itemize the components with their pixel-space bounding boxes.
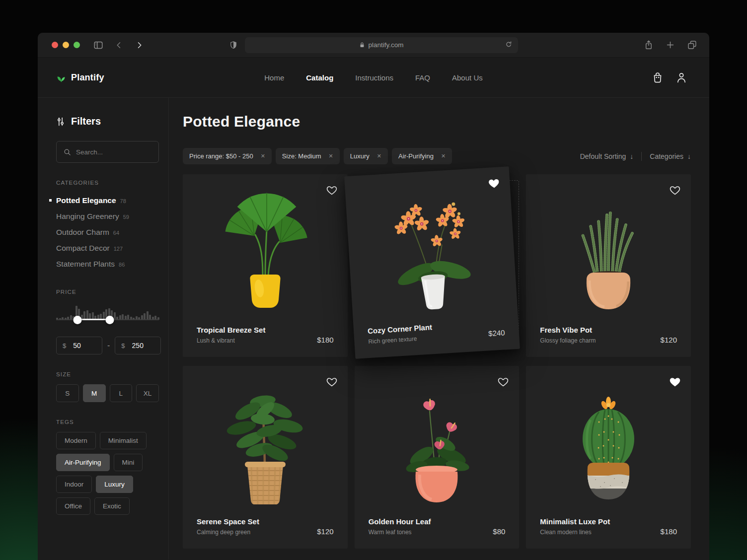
chip-size-medium[interactable]: Size: Medium ✕ xyxy=(276,148,340,164)
product-image-rubber-plant xyxy=(183,378,348,507)
currency-symbol: $ xyxy=(121,342,125,350)
sort-dropdown[interactable]: Defoult Sorting ↓ xyxy=(580,152,634,160)
minimize-window-button[interactable] xyxy=(63,42,69,48)
chip-price-range[interactable]: Price range: $50 - 250 ✕ xyxy=(183,148,272,164)
product-image-anthurium xyxy=(355,378,520,507)
close-icon[interactable]: ✕ xyxy=(329,153,333,159)
product-subtitle: Lush & vibrant xyxy=(197,337,265,344)
size-selector: S M L XL xyxy=(56,384,159,402)
url-text: plantify.com xyxy=(368,41,403,49)
product-card-cozy-corner-plant[interactable]: Cozy Corner Plant Rich green texture $24… xyxy=(344,166,520,359)
tag-exotic[interactable]: Exotic xyxy=(94,497,130,515)
favorite-heart-icon[interactable] xyxy=(497,376,509,388)
favorite-heart-icon[interactable] xyxy=(487,177,500,189)
price-min-box[interactable]: $ xyxy=(56,337,102,354)
product-card-fresh-vibe-pot[interactable]: Fresh Vibe Pot Glossy foliage charm $120 xyxy=(526,174,691,357)
favorite-heart-icon[interactable] xyxy=(669,376,681,388)
tag-air-purifying[interactable]: Air-Purifying xyxy=(56,454,110,471)
favorite-heart-icon[interactable] xyxy=(669,184,681,196)
product-image-cactus xyxy=(526,378,691,507)
user-account-icon[interactable] xyxy=(675,71,687,84)
share-icon[interactable] xyxy=(644,40,654,51)
chip-air-purifying[interactable]: Air-Purifying ✕ xyxy=(392,148,452,164)
address-bar[interactable]: plantify.com xyxy=(245,37,518,53)
privacy-shield-icon[interactable] xyxy=(229,40,238,50)
favorite-heart-icon[interactable] xyxy=(326,184,338,196)
price-slider xyxy=(56,304,159,328)
zoom-window-button[interactable] xyxy=(74,42,80,48)
search-box[interactable] xyxy=(56,141,159,163)
nav-home[interactable]: Home xyxy=(264,73,284,82)
category-item-compact-decor[interactable]: Compact Decor 127 xyxy=(56,240,159,256)
category-item-statement-plants[interactable]: Statement Plants 86 xyxy=(56,256,159,272)
sidebar-toggle-icon[interactable] xyxy=(93,40,104,51)
brand-name: Plantify xyxy=(71,72,104,83)
size-button-m[interactable]: M xyxy=(83,384,106,402)
size-button-xl[interactable]: XL xyxy=(136,384,159,402)
product-card-tropical-breeze-set[interactable]: Tropical Breeze Set Lush & vibrant $180 xyxy=(183,174,348,357)
close-window-button[interactable] xyxy=(52,42,58,48)
category-item-potted-elegance[interactable]: Potted Elegance 78 xyxy=(56,193,159,209)
nav-about-us[interactable]: About Us xyxy=(452,73,483,82)
product-price: $80 xyxy=(493,527,505,536)
filters-sidebar: Filters CATEGORIES Potted Elegance 78 xyxy=(38,98,169,560)
tag-minimalist[interactable]: Minimalist xyxy=(100,432,147,449)
price-max-input[interactable] xyxy=(132,342,156,350)
size-button-l[interactable]: L xyxy=(110,384,133,402)
nav-catalog[interactable]: Catalog xyxy=(306,73,333,82)
divider xyxy=(641,152,642,161)
product-card-serene-space-set[interactable]: Serene Space Set Calming deep green $120 xyxy=(183,366,348,549)
product-card-golden-hour-leaf[interactable]: Golden Hour Leaf Warm leaf tones $80 xyxy=(355,366,520,549)
site-header: Plantify Home Catalog Instructions FAQ A… xyxy=(38,58,709,98)
categories-label: CATEGORIES xyxy=(56,180,159,186)
size-button-s[interactable]: S xyxy=(56,384,79,402)
brand-logo[interactable]: Plantify xyxy=(56,72,104,83)
tag-luxury[interactable]: Luxury xyxy=(96,476,133,493)
tag-indoor[interactable]: Indoor xyxy=(56,476,92,493)
filters-sliders-icon xyxy=(56,117,65,127)
tag-office[interactable]: Office xyxy=(56,497,90,515)
product-subtitle: Warm leaf tones xyxy=(369,529,431,536)
size-label: SIZE xyxy=(56,371,159,377)
price-max-box[interactable]: $ xyxy=(115,337,161,354)
back-icon[interactable] xyxy=(115,41,124,50)
product-card-minimalist-luxe-pot[interactable]: Minimalist Luxe Pot Clean modern lines $… xyxy=(526,366,691,549)
category-list: Potted Elegance 78 Hanging Greenery 59 O… xyxy=(56,193,159,272)
chip-luxury[interactable]: Luxury ✕ xyxy=(344,148,388,164)
price-slider-handle-max[interactable] xyxy=(105,316,114,324)
cart-bag-icon[interactable] xyxy=(652,71,664,84)
product-subtitle: Clean modern lines xyxy=(540,529,610,536)
browser-toolbar: plantify.com xyxy=(38,33,709,58)
tag-modern[interactable]: Modern xyxy=(56,432,96,449)
desktop-background: plantify.com xyxy=(0,0,747,560)
forward-icon[interactable] xyxy=(135,41,144,50)
product-price: $240 xyxy=(488,328,505,338)
product-name: Golden Hour Leaf xyxy=(369,517,431,526)
price-min-input[interactable] xyxy=(73,342,97,350)
tag-mini[interactable]: Mini xyxy=(114,454,143,471)
product-image-orchid xyxy=(345,178,517,317)
favorite-heart-icon[interactable] xyxy=(326,376,338,388)
product-price: $180 xyxy=(317,336,333,344)
product-grid: Tropical Breeze Set Lush & vibrant $180 xyxy=(183,174,691,549)
category-item-hanging-greenery[interactable]: Hanging Greenery 59 xyxy=(56,209,159,224)
filters-title: Filters xyxy=(71,116,101,127)
product-price: $180 xyxy=(661,527,677,536)
categories-dropdown[interactable]: Categories ↓ xyxy=(650,152,691,160)
category-item-outdoor-charm[interactable]: Outdoor Charm 64 xyxy=(56,224,159,240)
new-tab-icon[interactable] xyxy=(666,40,675,50)
price-slider-handle-min[interactable] xyxy=(74,316,82,324)
close-icon[interactable]: ✕ xyxy=(377,153,381,159)
search-input[interactable] xyxy=(76,148,152,156)
tab-overview-icon[interactable] xyxy=(687,40,697,50)
product-name: Cozy Corner Plant xyxy=(367,323,432,335)
refresh-icon[interactable] xyxy=(505,41,513,49)
nav-faq[interactable]: FAQ xyxy=(415,73,430,82)
close-icon[interactable]: ✕ xyxy=(261,153,265,159)
nav-instructions[interactable]: Instructions xyxy=(355,73,393,82)
page-title: Potted Elegance xyxy=(183,113,691,130)
price-slider-range xyxy=(77,319,109,320)
close-icon[interactable]: ✕ xyxy=(441,153,446,159)
product-price: $120 xyxy=(661,336,677,344)
product-subtitle: Glossy foliage charm xyxy=(540,337,596,344)
